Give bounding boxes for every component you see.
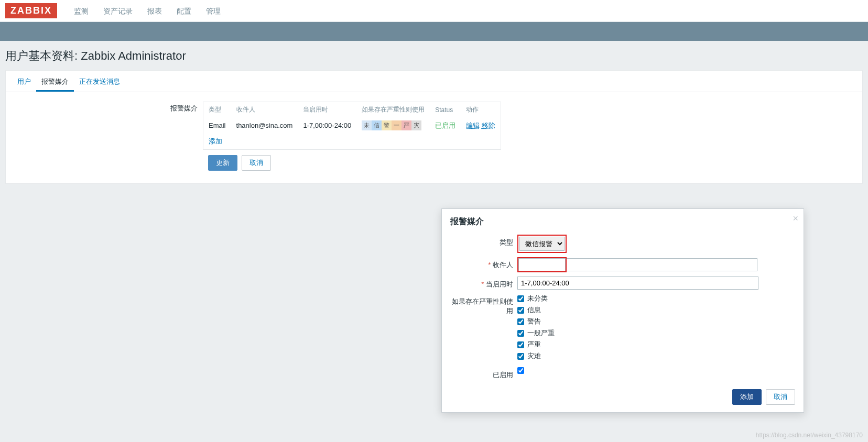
- col-severity: 如果存在严重性则使用: [356, 102, 430, 117]
- recipient-input[interactable]: [518, 258, 566, 271]
- media-label: 报警媒介: [14, 102, 203, 150]
- form-buttons: 更新 取消: [208, 155, 854, 171]
- enabled-checkbox[interactable]: [517, 367, 524, 374]
- sev-check-high[interactable]: [517, 341, 524, 348]
- highlight-box-recipient: [517, 257, 567, 272]
- modal-label-recipient: * 收件人: [450, 257, 517, 270]
- modal-label-severity: 如果存在严重性则使用: [450, 294, 517, 316]
- table-row: Email thanlon@sina.com 1-7,00:00-24:00 未…: [203, 117, 501, 134]
- modal-footer: 添加 取消: [442, 384, 804, 412]
- tab-messaging[interactable]: 正在发送消息: [74, 71, 125, 92]
- logo: ZABBIX: [5, 3, 57, 18]
- edit-link[interactable]: 编辑: [466, 121, 480, 129]
- recipient-input-ext[interactable]: [567, 258, 757, 271]
- update-button[interactable]: 更新: [208, 155, 237, 171]
- top-nav: ZABBIX 监测 资产记录 报表 配置 管理: [0, 0, 868, 22]
- col-recipient: 收件人: [231, 102, 298, 117]
- nav-item-inventory[interactable]: 资产记录: [96, 0, 140, 22]
- cell-status[interactable]: 已启用: [430, 117, 461, 134]
- modal-add-button[interactable]: 添加: [732, 389, 762, 405]
- nav-item-reports[interactable]: 报表: [140, 0, 169, 22]
- nav-item-monitor[interactable]: 监测: [67, 0, 96, 22]
- media-modal: × 报警媒介 类型 微信报警 * 收件人 * 当启用时: [441, 208, 804, 413]
- col-when: 当启用时: [298, 102, 356, 117]
- sev-check-warn[interactable]: [517, 318, 524, 325]
- add-media-link[interactable]: 添加: [203, 134, 227, 149]
- modal-label-enabled: 已启用: [450, 367, 517, 380]
- tab-user[interactable]: 用户: [12, 71, 36, 92]
- modal-label-when: * 当启用时: [450, 277, 517, 289]
- form-area: 报警媒介 类型 收件人 当启用时 如果存在严重性则使用 Status 动作: [6, 92, 862, 183]
- highlight-box-type: 微信报警: [517, 235, 567, 253]
- when-input[interactable]: [517, 277, 758, 290]
- close-icon[interactable]: ×: [793, 213, 798, 224]
- sev-badge-nc: 未: [362, 120, 372, 130]
- cell-actions: 编辑 移除: [461, 117, 501, 134]
- main-menu: 监测 资产记录 报表 配置 管理: [67, 0, 228, 22]
- watermark: https://blog.csdn.net/weixin_43798170: [756, 432, 863, 439]
- col-status: Status: [430, 102, 461, 117]
- sev-badge-dis: 灾: [411, 120, 421, 130]
- cell-recipient: thanlon@sina.com: [231, 117, 298, 134]
- modal-label-type: 类型: [450, 235, 517, 247]
- sev-check-nc[interactable]: [517, 295, 524, 302]
- page-title: 用户基本资料: Zabbix Administrator: [0, 41, 868, 70]
- sev-badge-high: 严: [402, 120, 411, 130]
- modal-cancel-button[interactable]: 取消: [766, 389, 795, 405]
- cell-when: 1-7,00:00-24:00: [298, 117, 356, 134]
- sub-nav-bar: [0, 22, 868, 41]
- sev-badge-info: 信: [372, 120, 382, 130]
- cell-severity: 未 信 警 一 严 灾: [356, 117, 430, 134]
- nav-item-config[interactable]: 配置: [169, 0, 199, 22]
- col-type: 类型: [203, 102, 231, 117]
- remove-link[interactable]: 移除: [482, 121, 495, 129]
- sev-check-dis[interactable]: [517, 353, 524, 360]
- tabs: 用户 报警媒介 正在发送消息: [6, 71, 862, 92]
- sev-badge-warn: 警: [382, 120, 392, 130]
- sev-badge-avg: 一: [392, 120, 402, 130]
- main-panel: 用户 报警媒介 正在发送消息 报警媒介 类型 收件人 当启用时 如果存在严重性则…: [5, 70, 863, 184]
- type-select[interactable]: 微信报警: [519, 237, 565, 251]
- col-actions: 动作: [461, 102, 501, 117]
- sev-check-info[interactable]: [517, 307, 524, 314]
- sev-check-avg[interactable]: [517, 330, 524, 337]
- modal-title: 报警媒介: [442, 209, 804, 233]
- severity-checkboxes: 未分类 信息 警告 一般严重 严重 灾难: [517, 294, 795, 363]
- cell-type: Email: [203, 117, 231, 134]
- cancel-button[interactable]: 取消: [242, 155, 271, 171]
- tab-media[interactable]: 报警媒介: [36, 71, 74, 92]
- media-table: 类型 收件人 当启用时 如果存在严重性则使用 Status 动作 Email t…: [203, 102, 501, 150]
- nav-item-admin[interactable]: 管理: [199, 0, 228, 22]
